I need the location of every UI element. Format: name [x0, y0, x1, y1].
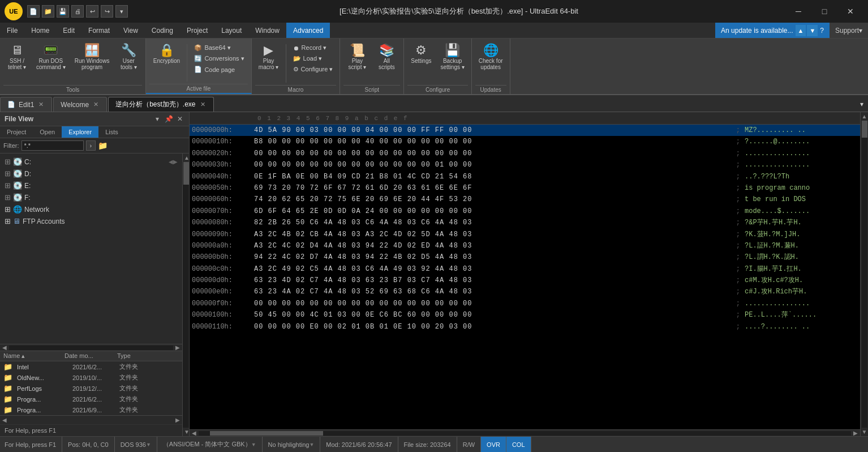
- sidebar-dropdown-btn[interactable]: ▾: [153, 114, 162, 123]
- help-icon[interactable]: ?: [820, 27, 824, 35]
- statusbar-highlighting[interactable]: No highlighting: [263, 437, 321, 452]
- hex-vscroll-track[interactable]: [862, 121, 867, 428]
- sidebar-vscroll[interactable]: ▲ ▼: [182, 153, 189, 436]
- all-scripts-button[interactable]: 📚 Allscripts: [373, 42, 400, 73]
- menu-window[interactable]: Window: [248, 23, 286, 38]
- hex-vscroll-up[interactable]: ▲: [861, 112, 868, 121]
- hex-hscroll-right[interactable]: ▶: [851, 430, 860, 436]
- file-row-progra2[interactable]: 📁 Progra... 2021/6/9... 文件夹: [0, 404, 182, 415]
- tree-network[interactable]: ⊞ 🌐 Network: [0, 203, 182, 215]
- undo-icon[interactable]: ↩: [86, 5, 98, 18]
- hex-bytes-5: 69 73 20 70 72 6F 67 72 61 6D 20 63 61 6…: [254, 182, 732, 194]
- tree-drive-f[interactable]: ⊞ 💽 F:: [0, 191, 182, 203]
- menu-edit[interactable]: Edit: [56, 23, 81, 38]
- tree-ftp[interactable]: ⊞ 🖥 FTP Accounts: [0, 215, 182, 227]
- hex-hscroll-thumb[interactable]: [210, 431, 323, 436]
- sidebar-tab-project[interactable]: Project: [0, 126, 33, 138]
- record-button[interactable]: ⏺ Record ▾: [290, 43, 337, 53]
- menu-layout[interactable]: Layout: [214, 23, 248, 38]
- tree-drive-c[interactable]: ⊞ 💽 C: ◀▶: [0, 156, 182, 168]
- hex-content[interactable]: 00000000h: 4D 5A 90 00 03 00 00 00 04 00…: [190, 125, 860, 429]
- check-updates-button[interactable]: 🌐 Check forupdates: [475, 42, 506, 73]
- menu-project[interactable]: Project: [180, 23, 214, 38]
- open-file-icon[interactable]: 📁: [42, 5, 54, 18]
- code-page-button[interactable]: 📄 Code page: [191, 65, 247, 74]
- statusbar-dos[interactable]: DOS 936: [115, 437, 157, 452]
- save-icon[interactable]: 💾: [57, 5, 69, 18]
- update-banner[interactable]: An update is available... ▲ ▼ ?: [715, 23, 830, 38]
- sidebar-hscroll[interactable]: ◀ ▶: [0, 344, 182, 351]
- tab-dropdown-button[interactable]: ▾: [856, 97, 868, 112]
- close-button[interactable]: ✕: [837, 0, 863, 23]
- minimize-button[interactable]: ─: [785, 0, 811, 23]
- statusbar-col[interactable]: COL: [506, 437, 531, 452]
- hscroll-track[interactable]: [9, 346, 173, 350]
- user-tools-button[interactable]: 🔧 Usertools ▾: [115, 42, 142, 73]
- filter-folder-btn[interactable]: 📁: [98, 141, 108, 150]
- file-row-progra1[interactable]: 📁 Progra... 2021/6/2... 文件夹: [0, 394, 182, 404]
- hex-hscroll-track[interactable]: [199, 431, 851, 436]
- filter-input[interactable]: [22, 140, 84, 151]
- play-macro-button[interactable]: ▶ Playmacro ▾: [255, 42, 282, 73]
- update-next-btn[interactable]: ▼: [807, 25, 818, 36]
- support-button[interactable]: Support ▾: [830, 23, 868, 38]
- hex-vscroll-down[interactable]: ▼: [861, 428, 868, 436]
- hscroll-left-btn[interactable]: ◀: [0, 344, 9, 351]
- ribbon-group-script: 📜 Playscript ▾ 📚 Allscripts Script: [340, 39, 404, 94]
- base64-button[interactable]: 📦 Base64 ▾: [191, 43, 247, 53]
- sidebar-vscroll-thumb[interactable]: [183, 162, 189, 185]
- run-dos-button[interactable]: 📟 Run DOScommand ▾: [33, 42, 69, 73]
- update-prev-btn[interactable]: ▲: [796, 25, 806, 36]
- file-list-scroll-down[interactable]: ▶: [175, 417, 180, 423]
- sidebar-close-btn[interactable]: ✕: [175, 114, 184, 123]
- play-macro-icon: ▶: [264, 44, 273, 57]
- maximize-button[interactable]: □: [811, 0, 837, 23]
- sidebar-pin-btn[interactable]: 📌: [164, 114, 173, 123]
- redo-icon[interactable]: ↪: [101, 5, 113, 18]
- hex-hscroll-left[interactable]: ◀: [190, 430, 199, 436]
- statusbar-encoding[interactable]: （ANSI/OEM - 简体中文 GBK）: [157, 437, 263, 452]
- tab-hex[interactable]: 逆向分析（best加壳）.exe ✕: [108, 97, 213, 112]
- conversions-button[interactable]: 🔄 Conversions ▾: [191, 54, 247, 63]
- sidebar-tab-lists[interactable]: Lists: [98, 126, 125, 138]
- sidebar-vscroll-down[interactable]: ▼: [183, 428, 189, 436]
- sidebar-tab-open[interactable]: Open: [33, 126, 62, 138]
- hex-vscroll-thumb[interactable]: [862, 121, 867, 138]
- settings-button[interactable]: ⚙ Settings: [407, 42, 435, 66]
- backup-settings-button[interactable]: 💾 Backupsettings ▾: [437, 42, 468, 73]
- tab-edit1-close[interactable]: ✕: [37, 101, 45, 108]
- new-file-icon[interactable]: 📄: [27, 5, 40, 18]
- sidebar-tab-explorer[interactable]: Explorer: [62, 126, 98, 138]
- tab-welcome-close[interactable]: ✕: [92, 101, 100, 108]
- ssh-telnet-button[interactable]: 🖥 SSH /telnet ▾: [3, 42, 31, 73]
- menu-format[interactable]: Format: [81, 23, 117, 38]
- tab-edit1[interactable]: 📄 Edit1 ✕: [0, 97, 52, 112]
- menu-view[interactable]: View: [117, 23, 145, 38]
- menu-advanced[interactable]: Advanced: [286, 23, 330, 38]
- dropdown-icon[interactable]: ▾: [115, 5, 128, 18]
- menu-file[interactable]: File: [0, 23, 24, 38]
- menu-coding[interactable]: Coding: [145, 23, 180, 38]
- run-windows-button[interactable]: 🪟 Run Windowsprogram: [71, 42, 113, 73]
- file-row-oldnew[interactable]: 📁 OldNew... 2019/10/... 文件夹: [0, 372, 182, 383]
- print-icon[interactable]: 🖨: [71, 5, 84, 18]
- play-script-button[interactable]: 📜 Playscript ▾: [343, 42, 371, 73]
- tab-welcome[interactable]: Welcome ✕: [53, 97, 107, 112]
- file-row-perflogs[interactable]: 📁 PerfLogs 2019/12/... 文件夹: [0, 383, 182, 394]
- file-list-scroll-up[interactable]: ◀: [2, 417, 7, 423]
- sidebar-vscroll-track[interactable]: [183, 162, 189, 428]
- hex-hscroll[interactable]: ◀ ▶: [190, 429, 860, 436]
- hscroll-right-btn[interactable]: ▶: [173, 344, 182, 351]
- statusbar-ovr[interactable]: OVR: [481, 437, 506, 452]
- load-button[interactable]: 📂 Load ▾: [290, 54, 337, 63]
- file-row-intel[interactable]: 📁 Intel 2021/6/2... 文件夹: [0, 361, 182, 372]
- tree-drive-e[interactable]: ⊞ 💽 E:: [0, 180, 182, 191]
- filter-go-btn[interactable]: ›: [86, 140, 96, 151]
- tab-hex-close[interactable]: ✕: [199, 101, 207, 108]
- configure-macro-button[interactable]: ⚙ Configure ▾: [290, 65, 337, 74]
- menu-home[interactable]: Home: [24, 23, 56, 38]
- hex-vscroll[interactable]: ▲ ▼: [860, 112, 868, 436]
- tree-drive-d[interactable]: ⊞ 💽 D:: [0, 168, 182, 180]
- sidebar-vscroll-up[interactable]: ▲: [183, 153, 189, 162]
- encryption-button[interactable]: 🔒 Encryption: [149, 42, 183, 66]
